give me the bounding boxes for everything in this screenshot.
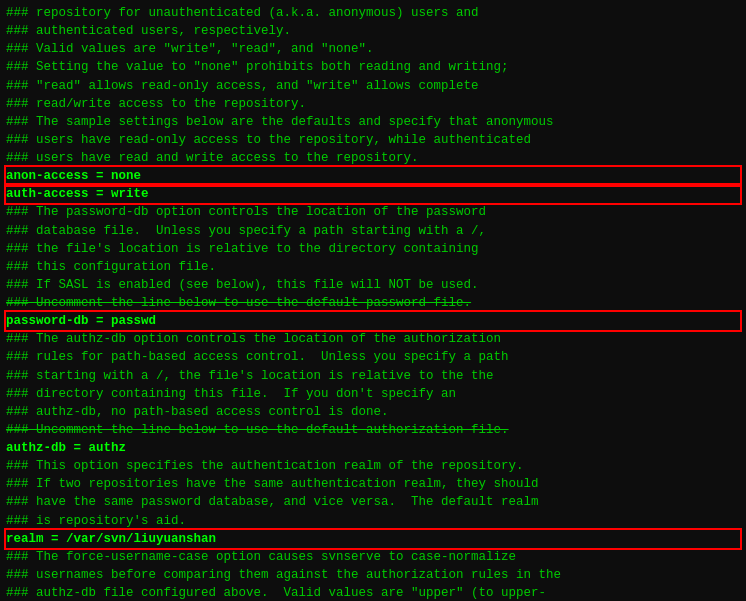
highlighted-line: password-db = passwd — [6, 312, 740, 330]
line-10: anon-access = none — [6, 167, 740, 185]
line-12: ### The password-db option controls the … — [6, 203, 740, 221]
line-3: ### Valid values are "write", "read", an… — [6, 40, 740, 58]
editor-container: ### repository for unauthenticated (a.k.… — [0, 0, 746, 601]
line-27: ### If two repositories have the same au… — [6, 475, 740, 493]
line-21: ### starting with a /, the file's locati… — [6, 367, 740, 385]
line-8: ### users have read-only access to the r… — [6, 131, 740, 149]
line-23: ### authz-db, no path-based access contr… — [6, 403, 740, 421]
code-text: auth-access = write — [6, 185, 740, 203]
line-32: ### usernames before comparing them agai… — [6, 566, 740, 584]
code-text: anon-access = none — [6, 167, 740, 185]
line-18: password-db = passwd — [6, 312, 740, 330]
line-14: ### the file's location is relative to t… — [6, 240, 740, 258]
highlighted-line: auth-access = write — [6, 185, 740, 203]
line-30: realm = /var/svn/liuyuanshan — [6, 530, 740, 548]
line-5: ### "read" allows read-only access, and … — [6, 77, 740, 95]
line-9: ### users have read and write access to … — [6, 149, 740, 167]
line-33: ### authz-db file configured above. Vali… — [6, 584, 740, 601]
line-19: ### The authz-db option controls the loc… — [6, 330, 740, 348]
highlighted-line: anon-access = none — [6, 167, 740, 185]
code-lines: ### repository for unauthenticated (a.k.… — [6, 4, 740, 601]
line-1: ### repository for unauthenticated (a.k.… — [6, 4, 740, 22]
line-24: ### Uncomment the line below to use the … — [6, 421, 740, 439]
line-22: ### directory containing this file. If y… — [6, 385, 740, 403]
line-11: auth-access = write — [6, 185, 740, 203]
line-4: ### Setting the value to "none" prohibit… — [6, 58, 740, 76]
line-2: ### authenticated users, respectively. — [6, 22, 740, 40]
line-28: ### have the same password database, and… — [6, 493, 740, 511]
line-15: ### this configuration file. — [6, 258, 740, 276]
line-13: ### database file. Unless you specify a … — [6, 222, 740, 240]
code-text: realm = /var/svn/liuyuanshan — [6, 530, 740, 548]
line-31: ### The force-username-case option cause… — [6, 548, 740, 566]
code-text: password-db = passwd — [6, 312, 740, 330]
line-26: ### This option specifies the authentica… — [6, 457, 740, 475]
line-7: ### The sample settings below are the de… — [6, 113, 740, 131]
line-16: ### If SASL is enabled (see below), this… — [6, 276, 740, 294]
line-25: authz-db = authz — [6, 439, 740, 457]
line-20: ### rules for path-based access control.… — [6, 348, 740, 366]
line-17: ### Uncomment the line below to use the … — [6, 294, 740, 312]
line-6: ### read/write access to the repository. — [6, 95, 740, 113]
highlighted-line: realm = /var/svn/liuyuanshan — [6, 530, 740, 548]
line-29: ### is repository's aid. — [6, 512, 740, 530]
